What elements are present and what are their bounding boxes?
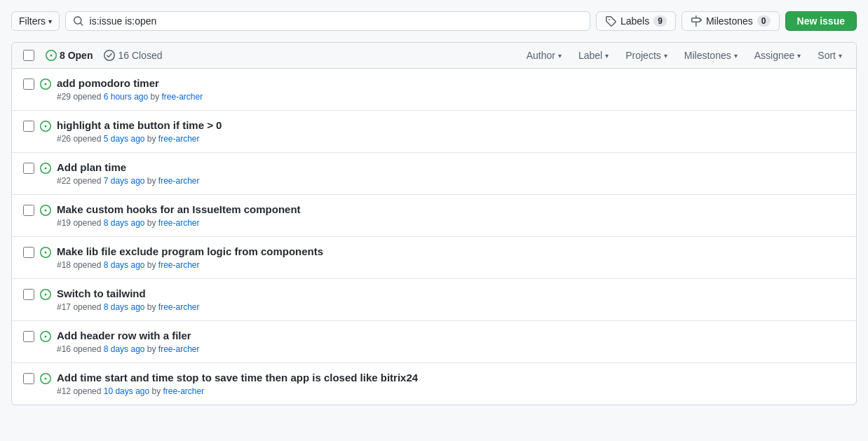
- issue-title[interactable]: add pomodoro timer: [57, 77, 845, 89]
- issue-title[interactable]: highlight a time button if time > 0: [57, 119, 845, 131]
- issues-list: add pomodoro timer #29 opened 6 hours ag…: [12, 69, 856, 405]
- labels-label: Labels: [621, 15, 649, 27]
- issue-checkbox[interactable]: [23, 205, 34, 216]
- issue-by: by: [147, 134, 158, 144]
- issue-author[interactable]: free-archer: [158, 260, 200, 270]
- author-filter[interactable]: Author ▾: [524, 48, 564, 62]
- table-row[interactable]: Make lib file exclude program logic from…: [12, 237, 856, 279]
- milestones-button[interactable]: Milestones 0: [681, 11, 780, 31]
- issue-time[interactable]: 6 hours ago: [104, 92, 148, 102]
- issue-time[interactable]: 7 days ago: [104, 176, 145, 186]
- filters-label: Filters: [19, 15, 46, 27]
- issue-checkbox[interactable]: [23, 247, 34, 258]
- issue-by: by: [152, 386, 163, 396]
- label-label: Label: [578, 50, 602, 61]
- issue-author[interactable]: free-archer: [163, 386, 205, 396]
- issue-by: by: [147, 260, 158, 270]
- open-count-label: 8 Open: [60, 50, 93, 61]
- select-all-checkbox[interactable]: [23, 50, 34, 61]
- issue-checkbox[interactable]: [23, 121, 34, 132]
- table-row[interactable]: highlight a time button if time > 0 #26 …: [12, 111, 856, 153]
- author-chevron: ▾: [558, 52, 562, 60]
- issue-time[interactable]: 8 days ago: [104, 260, 145, 270]
- issue-opened: opened: [73, 302, 103, 312]
- issue-author[interactable]: free-archer: [162, 92, 203, 102]
- issue-content: add pomodoro timer #29 opened 6 hours ag…: [57, 77, 845, 102]
- issue-author[interactable]: free-archer: [158, 218, 200, 228]
- issue-meta: #22 opened 7 days ago by free-archer: [57, 176, 845, 186]
- toolbar: Filters ▾ Labels 9 Milestones 0 New issu…: [11, 11, 857, 31]
- table-row[interactable]: Add plan time #22 opened 7 days ago by f…: [12, 153, 856, 195]
- issue-author[interactable]: free-archer: [158, 134, 200, 144]
- issue-opened: opened: [73, 134, 103, 144]
- closed-count-label: 16 Closed: [118, 50, 162, 61]
- issue-author[interactable]: free-archer: [158, 176, 200, 186]
- assignee-filter[interactable]: Assignee ▾: [752, 48, 804, 62]
- issue-opened: opened: [73, 386, 103, 396]
- table-row[interactable]: Add time start and time stop to save tim…: [12, 363, 856, 405]
- label-filter[interactable]: Label ▾: [576, 48, 611, 62]
- closed-count[interactable]: 16 Closed: [104, 50, 162, 61]
- issue-checkbox[interactable]: [23, 331, 34, 342]
- issue-meta: #17 opened 8 days ago by free-archer: [57, 302, 845, 312]
- sort-filter[interactable]: Sort ▾: [815, 48, 845, 62]
- issue-opened: opened: [73, 92, 103, 102]
- issue-opened: opened: [73, 344, 103, 354]
- issue-meta: #16 opened 8 days ago by free-archer: [57, 344, 845, 354]
- table-row[interactable]: Switch to tailwind #17 opened 8 days ago…: [12, 279, 856, 321]
- issues-container: 8 Open 16 Closed Author ▾ Label ▾: [11, 42, 857, 405]
- issue-content: Make lib file exclude program logic from…: [57, 245, 845, 270]
- issue-opened: opened: [73, 176, 103, 186]
- milestones-filter[interactable]: Milestones ▾: [681, 48, 740, 62]
- issue-content: Make custom hooks for an IssueItem compo…: [57, 203, 845, 228]
- issue-meta: #29 opened 6 hours ago by free-archer: [57, 92, 845, 102]
- milestones-chevron: ▾: [734, 52, 738, 60]
- open-issue-icon: [40, 247, 51, 260]
- table-row[interactable]: add pomodoro timer #29 opened 6 hours ag…: [12, 69, 856, 111]
- issue-by: by: [147, 302, 158, 312]
- issue-by: by: [151, 92, 162, 102]
- tag-icon: [605, 15, 616, 27]
- issue-author[interactable]: free-archer: [158, 344, 200, 354]
- table-row[interactable]: Add header row with a filer #16 opened 8…: [12, 321, 856, 363]
- labels-button[interactable]: Labels 9: [596, 11, 676, 31]
- issue-number: #29: [57, 92, 71, 102]
- issue-title[interactable]: Add plan time: [57, 161, 845, 173]
- assignee-label: Assignee: [754, 50, 795, 61]
- milestones-count: 0: [757, 15, 771, 27]
- issue-content: highlight a time button if time > 0 #26 …: [57, 119, 845, 144]
- issue-number: #18: [57, 260, 71, 270]
- issue-title[interactable]: Add time start and time stop to save tim…: [57, 372, 845, 384]
- issue-meta: #12 opened 10 days ago by free-archer: [57, 386, 845, 396]
- search-input[interactable]: [90, 15, 583, 27]
- open-count[interactable]: 8 Open: [46, 50, 93, 61]
- table-row[interactable]: Make custom hooks for an IssueItem compo…: [12, 195, 856, 237]
- issue-checkbox[interactable]: [23, 163, 34, 174]
- issue-number: #26: [57, 134, 71, 144]
- new-issue-button[interactable]: New issue: [785, 11, 857, 31]
- open-issue-icon: [40, 331, 51, 344]
- issue-checkbox[interactable]: [23, 79, 34, 90]
- header-filters: Author ▾ Label ▾ Projects ▾ Milestones ▾…: [524, 48, 845, 62]
- issue-time[interactable]: 8 days ago: [104, 218, 145, 228]
- labels-count: 9: [653, 15, 667, 27]
- issue-opened: opened: [73, 260, 103, 270]
- issue-time[interactable]: 5 days ago: [104, 134, 145, 144]
- issue-time[interactable]: 10 days ago: [104, 386, 149, 396]
- issue-title[interactable]: Make lib file exclude program logic from…: [57, 245, 845, 257]
- chevron-down-icon: ▾: [48, 18, 52, 25]
- issue-title[interactable]: Switch to tailwind: [57, 287, 845, 299]
- issue-checkbox[interactable]: [23, 373, 34, 384]
- issue-time[interactable]: 8 days ago: [104, 344, 145, 354]
- filters-button[interactable]: Filters ▾: [11, 11, 60, 31]
- issue-title[interactable]: Add header row with a filer: [57, 330, 845, 341]
- issue-author[interactable]: free-archer: [158, 302, 200, 312]
- issue-checkbox[interactable]: [23, 289, 34, 300]
- open-issue-icon: [40, 121, 51, 134]
- milestones-label: Milestones: [706, 15, 753, 27]
- issue-title[interactable]: Make custom hooks for an IssueItem compo…: [57, 203, 845, 215]
- author-label: Author: [527, 50, 555, 61]
- issue-number: #12: [57, 386, 71, 396]
- projects-filter[interactable]: Projects ▾: [623, 48, 670, 62]
- issue-time[interactable]: 8 days ago: [104, 302, 145, 312]
